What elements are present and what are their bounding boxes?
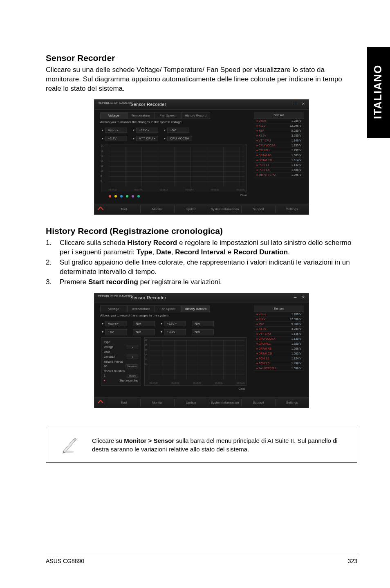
sensor-list-header: Sensor <box>254 112 304 119</box>
sensor-value: 12.096 V <box>290 318 301 321</box>
chevron-down-icon[interactable]: ▾ <box>102 128 103 132</box>
chevron-down-icon[interactable]: ▾ <box>164 128 166 132</box>
sensor-row: ♦ DRAM CD1.603 V <box>254 351 304 356</box>
chevron-down-icon[interactable]: ▾ <box>161 322 162 325</box>
toolbar-settings[interactable]: Settings <box>275 399 309 406</box>
x-tick: 09:47:48 <box>150 382 157 384</box>
dropdown[interactable]: ▾ <box>127 355 138 359</box>
field-12v[interactable]: +12V ▪ <box>136 128 158 133</box>
screenshot-sensor-recorder-history: REPUBLIC OF GAMERS Sensor Recorder – × V… <box>94 293 309 408</box>
sensor-value: 1.130 V <box>291 337 301 340</box>
sensor-row: ♦ CPU PLL1.792 V <box>254 148 304 153</box>
y-tick: 20 <box>145 339 148 341</box>
pencil-icon <box>46 428 92 462</box>
chevron-down-icon[interactable]: ▾ <box>133 137 134 140</box>
y-tick: 12 <box>101 165 103 167</box>
sensor-value: 3.280 V <box>291 134 301 137</box>
dropdown[interactable]: Hours <box>127 374 138 378</box>
x-tick: 09:08:19 <box>160 189 168 191</box>
chevron-down-icon[interactable]: ▾ <box>102 322 103 325</box>
sensor-label: ♦ VTT CPU <box>256 332 271 335</box>
chevron-down-icon[interactable]: ▾ <box>133 128 134 132</box>
chevron-down-icon[interactable]: ▾ <box>164 137 166 140</box>
dropdown[interactable]: Seconds <box>126 364 138 368</box>
toolbar-system-info[interactable]: System Information <box>208 399 241 406</box>
setting-row[interactable]: Start recording <box>104 379 138 382</box>
sensor-row: ♦ Vcore1.200 V <box>254 312 304 317</box>
tab-history-record[interactable]: History Record <box>181 112 210 119</box>
field[interactable]: +5V <box>105 329 127 334</box>
toolbar-support[interactable]: Support <box>241 205 275 213</box>
y-tick: 16 <box>145 348 148 351</box>
sensor-value: 1.124 V <box>291 357 301 360</box>
sensor-list: Sensor ♦ Vcore1.209 V♦ +12V12.096 V♦ +5V… <box>254 112 304 177</box>
field[interactable]: +3.3V <box>164 329 186 334</box>
sensor-value: 1.135 V <box>291 144 301 147</box>
clear-button[interactable]: Clear <box>240 194 247 197</box>
chevron-down-icon[interactable]: ▾ <box>102 137 103 140</box>
field[interactable]: Vcore ▪ <box>105 321 127 326</box>
toolbar-tool[interactable]: Tool <box>107 399 140 406</box>
tab-voltage[interactable]: Voltage <box>100 305 127 312</box>
dropdown[interactable]: ▾ <box>127 345 138 349</box>
tab-temperature[interactable]: Temperature <box>127 112 154 119</box>
close-icon[interactable]: × <box>300 294 306 300</box>
sensor-label: ♦ DRAM AB <box>256 154 271 157</box>
setting-row[interactable]: 2/9/2012▾ <box>104 355 138 359</box>
sensor-row: ♦ +3.3V3.280 V <box>254 133 304 138</box>
setting-row[interactable]: Voltage▾ <box>104 345 138 349</box>
setting-row[interactable]: 1Hours <box>104 374 138 378</box>
sensor-value: 1.800 V <box>291 342 301 345</box>
sensor-row: ♦ +5V5.020 V <box>254 128 304 133</box>
tab-voltage[interactable]: Voltage <box>100 112 127 119</box>
sensor-row: ♦ +12V12.096 V <box>254 317 304 322</box>
field-cpu-vccsa[interactable]: CPU VCCSA <box>167 136 192 141</box>
toolbar-update[interactable]: Update <box>174 399 208 406</box>
sensor-value: 3.280 V <box>291 328 301 330</box>
sensor-label: ♦ PCH 1.1 <box>256 357 269 360</box>
sensor-row: ♦ VTT CPU1.146 V <box>254 138 304 143</box>
hint-text: Allows you to record the changes in the … <box>100 314 169 317</box>
section1-heading: Sensor Recorder <box>46 53 357 63</box>
tab-fan-speed[interactable]: Fan Speed <box>154 112 181 119</box>
tab-fan-speed[interactable]: Fan Speed <box>154 305 181 312</box>
minimize-icon[interactable]: – <box>292 101 298 107</box>
sensor-value: 1.200 V <box>291 313 301 316</box>
y-tick: 12 <box>145 358 148 361</box>
toolbar-system-info[interactable]: System Information <box>208 205 241 213</box>
sensor-label: ♦ DRAM AB <box>256 347 271 350</box>
toolbar-update[interactable]: Update <box>174 205 208 213</box>
toolbar-monitor[interactable]: Monitor <box>140 205 174 213</box>
field-vcore[interactable]: Vcore ▪ <box>105 128 127 133</box>
sensor-label: ♦ CPU PLL <box>256 149 271 152</box>
hint-text: Allows you to monitor the changes in the… <box>100 120 182 124</box>
field[interactable]: +12V ▪ <box>164 321 186 326</box>
setting-row[interactable]: 60Seconds <box>104 364 138 368</box>
brand-label: REPUBLIC OF GAMERS <box>98 101 132 104</box>
asus-logo-icon <box>94 205 107 213</box>
field-33v[interactable]: +3.3V <box>105 136 127 141</box>
chevron-down-icon[interactable]: ▾ <box>102 330 103 334</box>
close-icon[interactable]: × <box>300 101 306 107</box>
y-tick: 10 <box>145 363 148 366</box>
minimize-icon[interactable]: – <box>292 294 298 300</box>
clear-button[interactable]: Clear <box>238 387 245 390</box>
toolbar-support[interactable]: Support <box>241 399 275 406</box>
y-tick: 6 <box>101 180 102 182</box>
x-tick: 09:07:10 <box>109 189 117 191</box>
field-5v[interactable]: +5V <box>167 128 189 133</box>
tab-temperature[interactable]: Temperature <box>127 305 154 312</box>
sensor-value: 1.603 V <box>291 352 301 355</box>
sensor-row: ♦ Vcore1.209 V <box>254 119 304 123</box>
toolbar-settings[interactable]: Settings <box>275 205 309 213</box>
window-titlebar: REPUBLIC OF GAMERS Sensor Recorder – × <box>94 100 309 110</box>
sensor-label: ♦ PCH 1.5 <box>256 168 269 171</box>
toolbar-tool[interactable]: Tool <box>107 205 140 213</box>
field-vttcpu[interactable]: VTT CPU ▪ <box>136 136 158 141</box>
sensor-list: Sensor ♦ Vcore1.200 V♦ +12V12.096 V♦ +5V… <box>254 305 304 371</box>
y-tick: 10 <box>101 170 103 172</box>
chevron-down-icon[interactable]: ▾ <box>161 330 162 334</box>
sensor-row: ♦ PCH 1.51.500 V <box>254 168 304 173</box>
toolbar-monitor[interactable]: Monitor <box>140 399 174 406</box>
tab-history-record[interactable]: History Record <box>181 305 210 312</box>
